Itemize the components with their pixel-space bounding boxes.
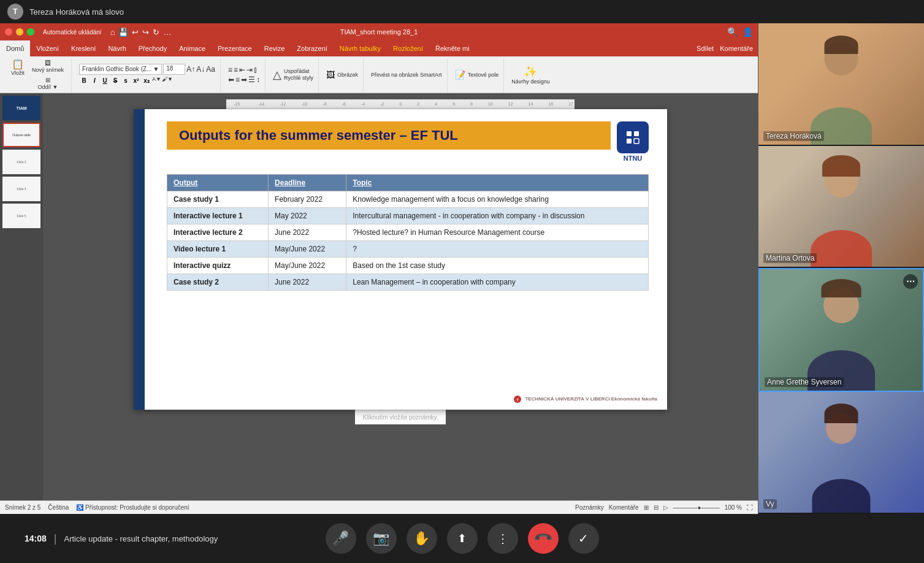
tab-draw[interactable]: Kreslení [65,40,102,56]
justify-btn[interactable]: ☰ [248,75,255,84]
subscript-btn[interactable]: x₂ [142,76,151,86]
new-slide-btn[interactable]: 🖼 Nový snímek [29,58,66,74]
tab-tell-me[interactable]: Řekněte mi [429,40,476,56]
quick-styles-btn[interactable]: Rychlé styly [284,75,313,81]
paste-btn[interactable]: 📋 Vložit [9,58,27,91]
shapes-icon[interactable]: △ [273,68,281,82]
table-row-4: Interactive quizzMay/June 2022Based on t… [167,258,649,274]
video-tile-anne: Anne Grethe Syversen ⋯ [758,268,924,392]
microphone-btn[interactable]: 🎤 [326,523,356,554]
table-cell-deadline-2: June 2022 [269,224,346,241]
highlight-btn[interactable]: 🖌▼ [162,76,173,86]
font-name-selector[interactable]: Franklin Gothic Book (Z... ▼ [79,64,162,75]
tab-review[interactable]: Revize [258,40,291,56]
slide-thumb-1[interactable]: TIAM [2,96,40,120]
bold-btn[interactable]: B [79,76,89,86]
language-status: Čeština [48,504,69,511]
camera-btn[interactable]: 📷 [366,523,397,554]
tab-animations[interactable]: Animace [173,40,212,56]
view-normal-icon[interactable]: ⊞ [644,504,649,511]
fit-to-window-icon[interactable]: ⛶ [747,504,753,511]
table-cell-deadline-5: June 2022 [269,274,346,291]
slide-left-accent [134,109,145,410]
clear-format-icon[interactable]: Aa [206,65,215,74]
decrease-indent-btn[interactable]: ⇤ [239,66,245,74]
close-icon[interactable] [5,28,12,36]
decrease-font-icon[interactable]: A↓ [196,65,205,74]
image-icon[interactable]: 🖼 [326,70,335,80]
save-icon[interactable]: 💾 [118,28,128,37]
table-cell-deadline-3: May/June 2022 [269,241,346,258]
share-account-icon[interactable]: 👤 [743,27,753,37]
tab-layout[interactable]: Rozložení [387,40,429,56]
comments-btn[interactable]: Komentáře [720,40,753,56]
zoom-slider[interactable]: ————●——— [673,504,720,511]
ppt-content: 1 TIAM 2 Outputs table 3 Slide 3 [0,93,758,500]
minimize-icon[interactable] [16,28,23,36]
more-options-btn[interactable]: ⋮ [487,523,518,554]
columns-btn[interactable]: ⫿ [254,66,258,74]
textbox-btn[interactable]: Textové pole [468,72,499,78]
end-call-btn[interactable]: 📞 [521,517,565,561]
design-ideas-btn[interactable]: ✨ Návrhy designu [511,65,550,85]
zoom-level: 100 % [725,504,742,511]
convert-to-smartart-btn[interactable]: Převést na obrázek SmartArt [371,72,442,78]
notes-placeholder[interactable]: Kliknutím vložíte poznámky. [362,414,438,421]
ribbon-group-design: ✨ Návrhy designu [506,58,555,92]
tab-table-design[interactable]: Návrh tabulky [334,40,387,56]
tab-home[interactable]: Domů [0,40,30,56]
main-area: Automatické ukládání ⌂ 💾 ↩ ↪ ↻ … TIAM_sh… [0,23,924,514]
table-cell-topic-3: ? [346,241,649,258]
video-more-btn-anne[interactable]: ⋯ [903,274,918,289]
participant-name-vy: Vy [763,499,777,509]
share-btn[interactable]: Sdílet [697,40,714,56]
underline-btn[interactable]: U [100,76,110,86]
align-right-btn[interactable]: ➡ [241,75,247,84]
undo-icon[interactable]: ↩ [132,28,139,37]
image-btn[interactable]: Obrázek [337,72,358,78]
font-size-selector[interactable]: 18 [163,64,185,75]
redo-icon[interactable]: ↪ [142,28,149,37]
tab-design[interactable]: Návrh [102,40,132,56]
video-tile-tereza: Tereza Horáková [758,23,924,146]
slide-thumb-4[interactable]: Slide 4 [2,177,40,201]
slide-thumb-5[interactable]: Slide 5 [2,204,40,228]
tab-slideshow[interactable]: Prezentace [212,40,258,56]
table-cell-topic-1: Intercultural management - in cooperatio… [346,208,649,224]
hand-raise-btn[interactable]: ✋ [407,523,437,554]
align-left-btn[interactable]: ⬅ [228,75,234,84]
textbox-icon[interactable]: 📝 [455,70,465,80]
increase-font-icon[interactable]: A↑ [186,65,195,74]
bullets-btn[interactable]: ≡ [228,66,232,74]
window-controls: Automatické ukládání ⌂ 💾 ↩ ↪ ↻ … [5,28,171,37]
slide-thumb-3[interactable]: Slide 3 [2,150,40,174]
numbering-btn[interactable]: ≡ [234,66,238,74]
notes-status-btn[interactable]: Poznámky [575,504,604,511]
arrange-btn[interactable]: Uspořádat [284,68,313,74]
tab-view[interactable]: Zobrazení [291,40,334,56]
text-direction-btn[interactable]: ↕ [256,75,260,84]
strikethrough-btn[interactable]: S [110,76,120,86]
font-color-btn[interactable]: A▼ [152,76,161,86]
check-btn[interactable]: ✓ [568,523,599,554]
tab-insert[interactable]: Vložení [30,40,65,56]
view-grid-icon[interactable]: ⊟ [654,504,659,511]
increase-indent-btn[interactable]: ⇥ [246,66,253,74]
layout-btn[interactable]: ⊞ Oddíl ▼ [29,75,66,91]
maximize-icon[interactable] [27,28,34,36]
more-options-icon[interactable]: … [163,28,171,37]
view-reading-icon[interactable]: ▷ [663,504,668,511]
tab-transitions[interactable]: Přechody [132,40,173,56]
search-icon[interactable]: 🔍 [727,27,738,37]
shadow-btn[interactable]: s [121,76,131,86]
align-center-btn[interactable]: ≡ [235,75,240,84]
home-icon[interactable]: ⌂ [110,28,115,37]
table-cell-output-1: Interactive lecture 1 [167,208,269,224]
refresh-icon[interactable]: ↻ [153,28,159,37]
superscript-btn[interactable]: x² [131,76,141,86]
comments-status-btn[interactable]: Komentáře [609,504,639,511]
share-screen-btn[interactable]: ⬆ [447,523,478,554]
slide-thumb-container-2: 2 Outputs table [2,123,40,147]
italic-btn[interactable]: I [90,76,99,86]
slide-thumb-2[interactable]: Outputs table [2,123,40,147]
